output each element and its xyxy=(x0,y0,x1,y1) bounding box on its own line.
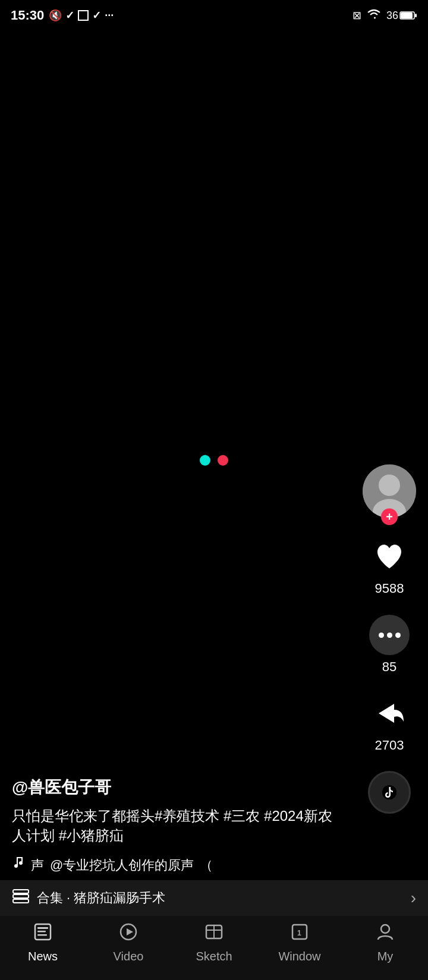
like-action[interactable]: 9588 xyxy=(369,536,410,596)
svg-text:1: 1 xyxy=(297,929,301,937)
sketch-icon xyxy=(204,922,224,947)
comment-count: 85 xyxy=(382,659,396,675)
mute-icon: 🔇 xyxy=(49,9,62,22)
bottom-info: @兽医包子哥 只怕是华佗来了都摇头#养殖技术 #三农 #2024新农人计划 #小… xyxy=(12,776,333,885)
share-action[interactable]: 2703 xyxy=(369,693,410,753)
like-icon-wrap xyxy=(369,536,410,577)
svg-rect-17 xyxy=(37,931,46,932)
battery-icon: 36 xyxy=(386,10,417,22)
comment-action[interactable]: 85 xyxy=(369,614,410,675)
svg-point-26 xyxy=(381,925,389,933)
nav-item-news[interactable]: News xyxy=(0,922,86,963)
check2-icon: ✓ xyxy=(92,9,101,22)
nav-label-news: News xyxy=(28,950,58,963)
svg-rect-1 xyxy=(401,12,413,18)
comment-bubble xyxy=(369,615,410,655)
svg-rect-14 xyxy=(13,899,29,903)
more-icon: ··· xyxy=(105,10,114,22)
svg-point-11 xyxy=(19,861,23,865)
music-creator: @专业挖坑人创作的原声 xyxy=(50,856,194,874)
sim-icon: ⊠ xyxy=(353,9,361,22)
svg-point-10 xyxy=(14,864,18,868)
dot-cyan xyxy=(200,455,210,466)
collection-bar[interactable]: 合集 · 猪脐疝漏肠手术 › xyxy=(0,880,428,916)
svg-rect-2 xyxy=(415,14,417,17)
nav-label-video: Video xyxy=(114,950,144,963)
nav-label-my: My xyxy=(377,950,394,963)
svg-rect-12 xyxy=(13,890,29,893)
nav-label-window: Window xyxy=(278,950,320,963)
svg-rect-16 xyxy=(37,927,48,929)
svg-rect-18 xyxy=(37,934,47,936)
collection-info: 合集 · 猪脐疝漏肠手术 xyxy=(12,889,165,908)
music-note-icon xyxy=(12,857,25,874)
music-info[interactable]: 声 @专业挖坑人创作的原声 （ xyxy=(12,856,333,874)
svg-rect-9 xyxy=(21,857,23,862)
music-bracket: （ xyxy=(200,856,213,874)
dot-red xyxy=(218,455,228,466)
nav-item-window[interactable]: 1 Window xyxy=(257,922,342,963)
nav-item-my[interactable]: My xyxy=(342,922,428,963)
bottom-nav: News Video Sketch 1 Wind xyxy=(0,916,428,980)
collection-label: 合集 · 猪脐疝漏肠手术 xyxy=(37,889,165,907)
check-icon: ✓ xyxy=(65,9,74,22)
status-icons: 🔇 ✓ ✓ ··· xyxy=(49,9,114,22)
svg-rect-13 xyxy=(13,894,29,898)
author-avatar[interactable]: + xyxy=(363,464,416,518)
right-sidebar: + 9588 85 2703 xyxy=(363,464,416,814)
status-bar: 15:30 🔇 ✓ ✓ ··· ⊠ 36 xyxy=(0,0,428,31)
svg-rect-7 xyxy=(17,857,18,865)
share-icon-wrap xyxy=(369,693,410,734)
my-icon xyxy=(375,922,395,947)
nav-label-sketch: Sketch xyxy=(196,950,232,963)
status-time: 15:30 xyxy=(11,8,44,23)
music-label: 声 xyxy=(31,856,44,874)
loading-indicator xyxy=(200,455,228,466)
window-icon: 1 xyxy=(289,922,310,947)
nav-item-sketch[interactable]: Sketch xyxy=(171,922,257,963)
author-name[interactable]: @兽医包子哥 xyxy=(12,776,333,799)
svg-point-4 xyxy=(379,475,400,496)
chevron-right-icon: › xyxy=(411,889,416,908)
news-icon xyxy=(33,922,53,947)
status-right-icons: ⊠ 36 xyxy=(353,8,417,23)
collection-stack-icon xyxy=(12,889,30,908)
wifi-icon xyxy=(366,8,382,23)
video-icon xyxy=(118,922,139,947)
music-disc[interactable] xyxy=(368,771,411,814)
svg-marker-20 xyxy=(127,928,133,935)
comment-dots xyxy=(379,633,401,638)
comment-icon-wrap xyxy=(369,614,410,656)
follow-button[interactable]: + xyxy=(381,508,398,525)
square-icon xyxy=(78,10,89,21)
like-count: 9588 xyxy=(375,581,404,596)
nav-item-video[interactable]: Video xyxy=(86,922,171,963)
share-count: 2703 xyxy=(375,738,404,753)
video-description: 只怕是华佗来了都摇头#养殖技术 #三农 #2024新农人计划 #小猪脐疝 xyxy=(12,806,333,846)
